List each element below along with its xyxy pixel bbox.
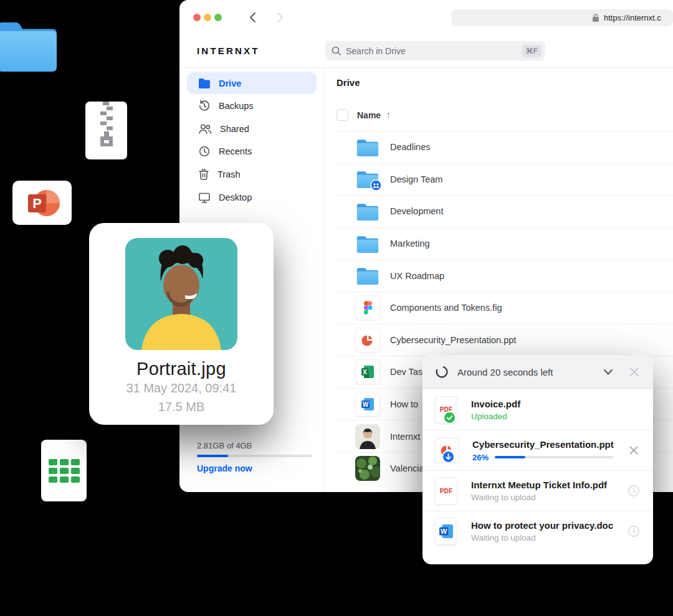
trash-icon	[198, 168, 209, 181]
folder-icon	[356, 202, 379, 221]
upload-eta-text: Around 20 seconds left	[457, 367, 593, 377]
floating-folder-icon[interactable]	[0, 19, 59, 72]
address-bar[interactable]: https://internxt.c	[451, 9, 673, 26]
sidebar-item-label: Trash	[217, 169, 241, 179]
sidebar-item-trash[interactable]: Trash	[187, 163, 317, 186]
file-name: Dev Tas	[390, 367, 422, 377]
search-icon	[332, 46, 341, 55]
pdf-file-icon: PDF	[435, 396, 457, 424]
search-input[interactable]: Search in Drive ⌘F	[325, 41, 545, 60]
file-name: Cybersecurity_Presentation.ppt	[390, 335, 516, 345]
chevron-down-icon[interactable]	[602, 366, 614, 378]
sidebar-item-desktop[interactable]: Desktop	[187, 186, 317, 209]
file-row-marketing[interactable]: Marketing	[336, 227, 673, 260]
file-name: Deadlines	[390, 142, 431, 152]
zoom-window-button[interactable]	[214, 14, 222, 21]
file-row-cybersecurity-ppt[interactable]: Cybersecurity_Presentation.ppt	[336, 324, 673, 356]
portrait-photo	[125, 238, 237, 350]
sidebar-item-label: Drive	[219, 78, 241, 88]
file-row-development[interactable]: Development	[336, 195, 673, 227]
sidebar-item-drive[interactable]: Drive	[187, 72, 317, 94]
svg-text:X: X	[363, 369, 367, 376]
select-all-checkbox[interactable]	[336, 109, 348, 121]
search-placeholder: Search in Drive	[346, 46, 517, 56]
internxt-logo: INTERNXT	[197, 45, 260, 56]
forward-button[interactable]	[273, 11, 287, 24]
upload-popup-header: Around 20 seconds left	[422, 355, 653, 389]
word-file-icon: W	[435, 518, 457, 545]
file-name: Development	[390, 206, 443, 216]
folder-icon	[356, 234, 379, 254]
upgrade-now-link[interactable]: Upgrade now	[197, 463, 252, 473]
file-name: How to	[390, 399, 418, 409]
powerpoint-app-icon[interactable]: P	[12, 181, 72, 225]
minimize-window-button[interactable]	[204, 14, 211, 21]
spreadsheet-file-icon[interactable]	[41, 440, 87, 501]
figma-icon	[363, 301, 373, 315]
file-name: Internxt	[390, 432, 420, 442]
portrait-date: 31 May 2024, 09:41	[89, 381, 274, 396]
clock-icon	[198, 145, 211, 158]
zipper-icon	[94, 102, 119, 159]
upload-item-meetup-ticket[interactable]: PDF Internxt Meetup Ticket Info.pdf Wait…	[422, 470, 653, 511]
person-photo-thumbnail	[355, 424, 380, 449]
file-name: Marketing	[390, 239, 430, 249]
uploading-arrow-badge-icon	[442, 450, 455, 463]
zip-file-icon[interactable]	[85, 102, 127, 159]
folder-icon	[356, 138, 379, 157]
spinner-icon	[435, 365, 449, 379]
pdf-file-icon: PDF	[435, 477, 457, 505]
storage-progress-track	[197, 455, 313, 457]
sidebar-item-recents[interactable]: Recents	[187, 140, 317, 163]
word-icon: W	[439, 524, 454, 539]
upload-file-name: Cybersecurity_Presentation.ppt	[472, 439, 613, 450]
sort-ascending-arrow[interactable]: ↑	[386, 110, 391, 120]
page: { "colors": { "accent": "#0066ff", "gree…	[0, 0, 673, 616]
desktop-monitor-icon	[198, 192, 211, 204]
word-icon: W	[361, 397, 375, 411]
portrait-preview-card[interactable]: Portrait.jpg 31 May 2024, 09:41 17.5 MB	[89, 223, 274, 425]
shared-folder-badge-icon	[370, 179, 382, 191]
upload-item-invoice[interactable]: PDF Invoice.pdf Uploaded	[422, 389, 653, 430]
cancel-upload-icon[interactable]	[628, 445, 639, 456]
portrait-size: 17.5 MB	[89, 400, 274, 414]
close-icon[interactable]	[628, 366, 641, 378]
sidebar-item-backups[interactable]: Backups	[187, 95, 317, 117]
upload-progress-fill	[495, 456, 525, 459]
chevron-right-icon	[276, 12, 284, 23]
lock-icon	[592, 13, 599, 22]
back-button[interactable]	[246, 11, 259, 24]
waiting-clock-icon	[628, 485, 640, 497]
search-shortcut-badge: ⌘F	[522, 45, 542, 57]
folder-icon	[356, 266, 379, 285]
upload-file-name: How to protect your privacy.doc	[471, 520, 613, 531]
file-name: UX Roadmap	[390, 271, 444, 281]
header-divider	[179, 67, 673, 68]
file-row-components-tokens[interactable]: Components and Tokens.fig	[336, 291, 673, 324]
upload-item-cybersecurity[interactable]: Cybersecurity_Presentation.ppt 26%	[422, 430, 653, 470]
file-row-design-team[interactable]: Design Team	[336, 163, 673, 196]
waiting-clock-icon	[628, 525, 640, 538]
folder-icon	[0, 19, 59, 72]
upload-file-name: Internxt Meetup Ticket Info.pdf	[471, 480, 613, 490]
file-name: Components and Tokens.fig	[390, 303, 502, 313]
svg-text:W: W	[441, 528, 447, 535]
name-column-header[interactable]: Name	[357, 110, 381, 120]
file-row-ux-roadmap[interactable]: UX Roadmap	[336, 259, 673, 291]
plants-photo-thumbnail	[355, 456, 380, 481]
svg-text:P: P	[32, 196, 42, 211]
file-name: Design Team	[390, 174, 442, 184]
powerpoint-pie-icon	[361, 334, 374, 346]
upload-item-privacy-doc[interactable]: W How to protect your privacy.doc Waitin…	[422, 511, 653, 551]
sidebar-item-label: Backups	[219, 101, 254, 111]
upload-status: Waiting to upload	[471, 493, 613, 502]
upload-percent: 26%	[472, 453, 489, 462]
chevron-left-icon	[249, 12, 257, 23]
uploaded-check-badge-icon	[443, 411, 456, 424]
url-text: https://internxt.c	[604, 13, 661, 22]
sidebar-item-shared[interactable]: Shared	[187, 118, 317, 140]
portrait-man-photo	[125, 238, 237, 350]
close-window-button[interactable]	[193, 14, 201, 21]
upload-progress-track	[495, 456, 613, 459]
file-row-deadlines[interactable]: Deadlines	[336, 131, 673, 163]
